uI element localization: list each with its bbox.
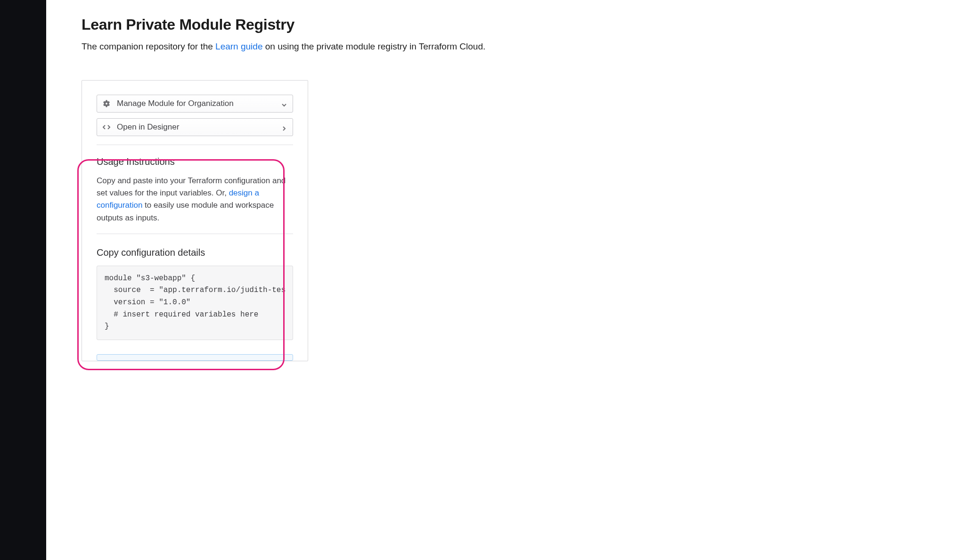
module-card: Manage Module for Organization Open in D… xyxy=(82,80,308,361)
page-title: Learn Private Module Registry xyxy=(82,16,965,33)
open-designer-button[interactable]: Open in Designer xyxy=(97,118,293,136)
manage-module-label: Manage Module for Organization xyxy=(117,99,234,108)
intro-before: The companion repository for the xyxy=(82,41,215,51)
main-content: Learn Private Module Registry The compan… xyxy=(46,0,965,560)
manage-module-button[interactable]: Manage Module for Organization xyxy=(97,95,293,113)
code-block[interactable]: module "s3-webapp" { source = "app.terra… xyxy=(97,266,293,340)
learn-guide-link[interactable]: Learn guide xyxy=(215,41,262,51)
chevron-down-icon xyxy=(281,101,287,106)
code-icon xyxy=(103,123,110,131)
usage-instructions-text: Copy and paste into your Terraform confi… xyxy=(97,175,293,224)
chevron-right-icon xyxy=(281,124,287,130)
inner-divider xyxy=(97,234,293,234)
intro-text: The companion repository for the Learn g… xyxy=(82,40,965,54)
gear-icon xyxy=(103,100,110,107)
usage-instructions-heading: Usage Instructions xyxy=(97,156,293,167)
divider xyxy=(97,145,293,145)
intro-after: on using the private module registry in … xyxy=(262,41,485,51)
open-designer-label: Open in Designer xyxy=(117,122,179,132)
info-box xyxy=(97,354,293,361)
copy-config-heading: Copy configuration details xyxy=(97,247,293,258)
left-sidebar xyxy=(0,0,46,560)
